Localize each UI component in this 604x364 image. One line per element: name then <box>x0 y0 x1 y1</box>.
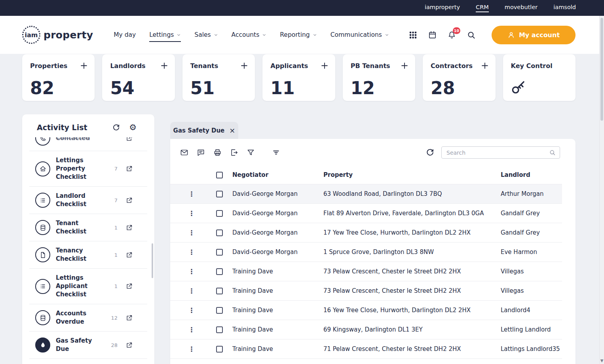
row-checkbox[interactable] <box>216 326 223 333</box>
refresh-icon[interactable] <box>425 148 435 157</box>
page-scrollbar-thumb[interactable] <box>600 18 603 121</box>
row-actions-menu[interactable]: ⋮ <box>170 346 213 353</box>
add-contractors-button[interactable] <box>481 61 489 70</box>
row-checkbox[interactable] <box>216 210 223 217</box>
activity-item-lettings-property-checklist[interactable]: Lettings Property Checklist7 <box>29 151 147 187</box>
activity-item-accounts-overdue[interactable]: Accounts Overdue12 <box>29 304 147 332</box>
add-pb-tenants-button[interactable] <box>400 61 409 70</box>
email-icon[interactable] <box>180 148 188 157</box>
external-link-icon[interactable] <box>125 251 133 259</box>
add-landlords-button[interactable] <box>160 61 169 70</box>
row-actions-menu[interactable]: ⋮ <box>170 229 213 236</box>
table-row[interactable]: ⋮Training Dave71 Pelaw Crescent, Chester… <box>170 339 562 359</box>
close-icon[interactable]: × <box>229 127 235 134</box>
row-actions-menu[interactable]: ⋮ <box>170 268 213 275</box>
activity-item-gas-safety-due[interactable]: Gas Safety Due28 <box>29 332 147 359</box>
row-actions-menu[interactable]: ⋮ <box>170 326 213 333</box>
add-tenants-button[interactable] <box>240 61 249 70</box>
topbar-link-movebutler[interactable]: movebutler <box>505 4 538 12</box>
row-checkbox-cell <box>213 229 226 236</box>
page-scrollbar[interactable]: ▼ <box>599 16 604 364</box>
row-actions-menu[interactable]: ⋮ <box>170 288 213 294</box>
nav-my-day[interactable]: My day <box>114 28 136 42</box>
notifications-button[interactable]: 10 <box>447 30 456 40</box>
external-link-icon[interactable] <box>125 165 133 173</box>
table-row[interactable]: ⋮Training Dave69 Kingsway, Darlington DL… <box>170 320 562 339</box>
stat-card-value: 12 <box>351 80 375 97</box>
activity-item-tenant-checklist[interactable]: Tenant Checklist1 <box>29 214 147 241</box>
scroll-down-arrow-icon[interactable]: ▼ <box>600 358 604 363</box>
row-checkbox[interactable] <box>216 249 223 256</box>
notification-badge: 10 <box>453 27 460 34</box>
activity-item-fixed-wiring-eicr-due[interactable]: Fixed Wiring (EICR) Due6 <box>29 359 147 362</box>
external-link-icon[interactable] <box>125 282 133 290</box>
column-header-negotiator[interactable]: Negotiator <box>226 171 317 178</box>
table-row[interactable]: ⋮Training Dave73 Pelaw Crescent, Chester… <box>170 262 562 281</box>
select-all-checkbox[interactable] <box>216 172 223 178</box>
row-checkbox[interactable] <box>216 229 223 236</box>
activity-item-tenancy-checklist[interactable]: Tenancy Checklist1 <box>29 241 147 269</box>
nav-lettings[interactable]: Lettings <box>149 28 181 42</box>
row-actions-menu[interactable]: ⋮ <box>170 210 213 217</box>
toolbar <box>170 139 576 164</box>
nav-reporting[interactable]: Reporting <box>280 28 317 42</box>
search-icon[interactable] <box>467 30 476 40</box>
add-applicants-button[interactable] <box>320 61 329 70</box>
external-link-icon[interactable] <box>125 314 133 322</box>
activity-item-landlord-checklist[interactable]: Landlord Checklist7 <box>29 187 147 214</box>
table-row[interactable]: ⋮David-George Morgan17 Yew Tree Close, H… <box>170 223 562 243</box>
row-checkbox[interactable] <box>216 307 223 314</box>
search-input[interactable] <box>446 149 549 156</box>
external-link-icon[interactable] <box>125 224 133 231</box>
activity-item-lettings-applicant-checklist[interactable]: Lettings Applicant Checklist1 <box>29 269 147 304</box>
external-link-icon[interactable] <box>125 341 133 349</box>
nav-accounts[interactable]: Accounts <box>232 28 267 42</box>
nav-communications[interactable]: Communications <box>330 28 389 42</box>
table-row[interactable]: ⋮Training Dave16 Yew Tree Close, Hurwort… <box>170 301 562 320</box>
external-link-icon[interactable] <box>125 137 133 142</box>
topbar-link-crm[interactable]: CRM <box>476 4 489 12</box>
stat-card-key-control[interactable]: Key Control <box>503 54 576 101</box>
refresh-icon[interactable] <box>112 123 120 132</box>
filter-list-icon[interactable] <box>272 148 280 157</box>
print-icon[interactable] <box>213 148 222 157</box>
stat-card-tenants[interactable]: Tenants51 <box>182 54 255 101</box>
stat-card-pb-tenants[interactable]: PB Tenants12 <box>343 54 415 101</box>
row-checkbox[interactable] <box>216 268 223 275</box>
external-link-icon[interactable] <box>125 197 133 204</box>
column-header-property[interactable]: Property <box>317 171 494 178</box>
calendar-icon[interactable] <box>428 30 437 40</box>
activity-item-contacted[interactable]: Contacted <box>29 137 147 151</box>
row-checkbox[interactable] <box>216 346 223 353</box>
row-checkbox[interactable] <box>216 288 223 294</box>
cell-landlord: Lettling Landlord <box>494 326 562 333</box>
gear-icon[interactable]: ⚙ <box>129 123 137 132</box>
column-header-landlord[interactable]: Landlord <box>494 171 562 178</box>
filter-icon[interactable] <box>247 148 255 157</box>
activity-scrollbar-thumb[interactable] <box>152 243 153 278</box>
apps-grid-icon[interactable] <box>408 30 418 40</box>
my-account-button[interactable]: My account <box>492 26 576 44</box>
row-checkbox[interactable] <box>216 191 223 197</box>
table-row[interactable]: ⋮Training Dave73 Pelaw Crescent, Chester… <box>170 281 562 301</box>
logo[interactable]: iam property <box>22 26 93 44</box>
stat-card-landlords[interactable]: Landlords54 <box>102 54 175 101</box>
stat-card-contractors[interactable]: Contractors28 <box>423 54 495 101</box>
add-properties-button[interactable] <box>80 61 88 70</box>
stat-card-properties[interactable]: Properties82 <box>22 54 95 101</box>
row-actions-menu[interactable]: ⋮ <box>170 191 213 197</box>
row-actions-menu[interactable]: ⋮ <box>170 249 213 256</box>
table-row[interactable]: ⋮David-George Morgan63 Woodland Road, Da… <box>170 184 562 204</box>
search-icon[interactable] <box>549 149 556 156</box>
topbar-link-iamproperty[interactable]: iamproperty <box>425 4 460 12</box>
droplet-icon <box>35 337 50 353</box>
table-row[interactable]: ⋮David-George Morgan1 Spruce Grove, Darl… <box>170 243 562 262</box>
export-icon[interactable] <box>230 148 238 157</box>
tab-gas-safety-due[interactable]: Gas Safety Due × <box>170 122 238 139</box>
row-actions-menu[interactable]: ⋮ <box>170 307 213 314</box>
table-row[interactable]: ⋮David-George MorganFlat 89 Alverton Dri… <box>170 204 562 223</box>
topbar-link-iamsold[interactable]: iamsold <box>553 4 576 12</box>
nav-sales[interactable]: Sales <box>194 28 218 42</box>
sms-icon[interactable] <box>197 148 205 157</box>
stat-card-applicants[interactable]: Applicants11 <box>262 54 335 101</box>
